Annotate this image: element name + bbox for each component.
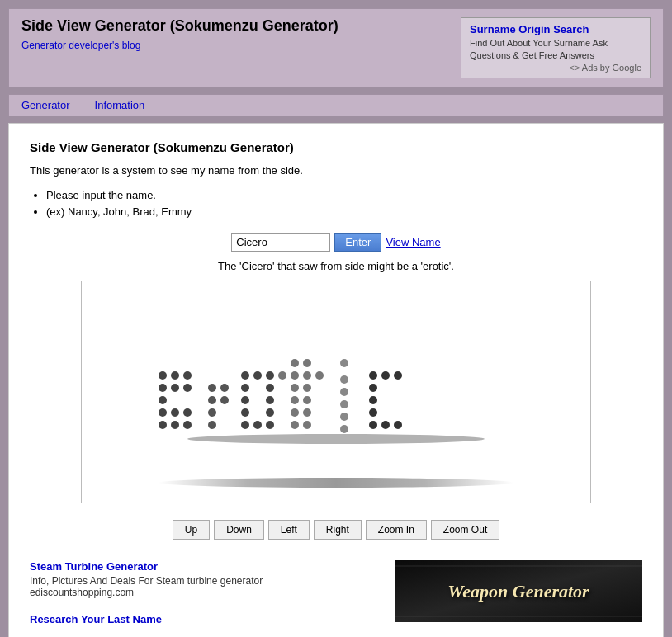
svg-point-53 [394, 371, 402, 380]
svg-point-50 [340, 425, 348, 433]
svg-point-25 [266, 396, 274, 404]
input-row: Enter View Name [30, 233, 642, 252]
svg-point-35 [303, 371, 311, 380]
bottom-left: Steam Turbine Generator Info, Pictures A… [30, 560, 395, 625]
svg-point-52 [381, 371, 390, 380]
ad-arrows[interactable]: <> [570, 63, 580, 73]
svg-point-38 [303, 384, 311, 392]
steam-url: ediscountshopping.com [30, 587, 395, 598]
main-content: Side View Generator (Sokumenzu Generator… [8, 123, 664, 637]
nav-generator[interactable]: Generator [21, 99, 70, 111]
svg-point-16 [220, 396, 229, 404]
ad-line2: Questions & Get Free Answers [470, 50, 641, 60]
svg-point-31 [291, 359, 299, 367]
svg-point-20 [253, 371, 262, 380]
svg-point-17 [208, 408, 216, 417]
svg-point-41 [291, 408, 299, 417]
svg-point-32 [303, 359, 311, 367]
svg-point-14 [220, 384, 229, 392]
svg-point-51 [369, 371, 377, 380]
ad-title-link[interactable]: Surname Origin Search [470, 23, 589, 35]
svg-point-22 [241, 384, 249, 392]
svg-point-19 [241, 371, 249, 380]
right-button[interactable]: Right [314, 520, 362, 540]
svg-point-57 [369, 421, 377, 429]
instruction-1: Please input the name. [46, 189, 642, 201]
svg-point-26 [241, 408, 249, 417]
instruction-2: (ex) Nancy, John, Brad, Emmy [46, 205, 642, 218]
zoom-out-button[interactable]: Zoom Out [431, 520, 499, 540]
ad-bottom: <> Ads by Google [470, 63, 641, 73]
header-left: Side View Generator (Sokumenzu Generator… [21, 17, 338, 51]
svg-point-21 [266, 371, 274, 380]
svg-point-59 [394, 421, 402, 429]
nav-infomation[interactable]: Infomation [95, 99, 145, 111]
svg-point-9 [183, 408, 192, 417]
ad-line1: Find Out About Your Surname Ask [470, 38, 641, 48]
ad-box[interactable]: Surname Origin Search Find Out About You… [461, 17, 651, 78]
research-link[interactable]: Research Your Last Name [30, 613, 395, 625]
weapon-ad[interactable]: Weapon Generator [395, 560, 642, 622]
controls-row: Up Down Left Right Zoom In Zoom Out [30, 520, 642, 540]
svg-point-36 [315, 371, 324, 380]
svg-point-44 [303, 421, 311, 429]
svg-point-40 [303, 396, 311, 404]
svg-point-5 [183, 384, 192, 392]
main-heading: Side View Generator (Sokumenzu Generator… [30, 140, 642, 154]
zoom-in-button[interactable]: Zoom In [366, 520, 427, 540]
dot-matrix-image [81, 281, 591, 503]
svg-point-48 [340, 400, 348, 408]
svg-point-1 [171, 371, 179, 380]
svg-point-30 [266, 421, 274, 429]
svg-point-42 [303, 408, 311, 417]
weapon-ad-text: Weapon Generator [447, 581, 589, 602]
enter-button[interactable]: Enter [334, 233, 381, 252]
svg-point-37 [291, 384, 299, 392]
view-name-link[interactable]: View Name [386, 236, 440, 248]
blog-link[interactable]: Generator developer's blog [21, 40, 140, 51]
nav-bar: Generator Infomation [8, 94, 664, 116]
ads-by: Ads by Google [582, 63, 641, 73]
svg-point-11 [171, 421, 179, 429]
svg-point-54 [369, 384, 377, 392]
svg-point-58 [381, 421, 390, 429]
svg-point-45 [340, 359, 348, 367]
page-title: Side View Generator (Sokumenzu Generator… [21, 17, 338, 35]
svg-point-49 [340, 413, 348, 421]
page-header: Side View Generator (Sokumenzu Generator… [8, 8, 664, 87]
svg-point-46 [340, 375, 348, 384]
down-button[interactable]: Down [214, 520, 264, 540]
svg-point-55 [369, 396, 377, 404]
svg-point-8 [171, 408, 179, 417]
svg-point-34 [291, 371, 299, 380]
svg-point-24 [241, 396, 249, 404]
svg-point-6 [159, 396, 167, 404]
svg-point-15 [208, 396, 216, 404]
svg-point-28 [241, 421, 249, 429]
svg-point-29 [253, 421, 262, 429]
svg-point-7 [159, 408, 167, 417]
svg-point-2 [183, 371, 192, 380]
svg-point-33 [278, 371, 286, 380]
svg-point-39 [291, 396, 299, 404]
up-button[interactable]: Up [173, 520, 210, 540]
svg-point-12 [183, 421, 192, 429]
svg-point-10 [159, 421, 167, 429]
svg-point-27 [266, 408, 274, 417]
left-button[interactable]: Left [268, 520, 310, 540]
result-text: The 'Cicero' that saw from side might be… [30, 260, 642, 272]
svg-point-3 [159, 384, 167, 392]
description: This generator is a system to see my nam… [30, 164, 642, 177]
svg-point-43 [291, 421, 299, 429]
svg-point-23 [266, 384, 274, 392]
svg-point-47 [340, 388, 348, 396]
steam-link[interactable]: Steam Turbine Generator [30, 560, 158, 573]
svg-point-0 [159, 371, 167, 380]
svg-point-18 [208, 421, 216, 429]
svg-point-13 [208, 384, 216, 392]
svg-point-60 [187, 434, 485, 444]
name-input[interactable] [231, 233, 330, 252]
steam-desc: Info, Pictures And Deals For Steam turbi… [30, 575, 395, 587]
bottom-section: Steam Turbine Generator Info, Pictures A… [30, 556, 642, 625]
erotic-svg [130, 334, 542, 450]
